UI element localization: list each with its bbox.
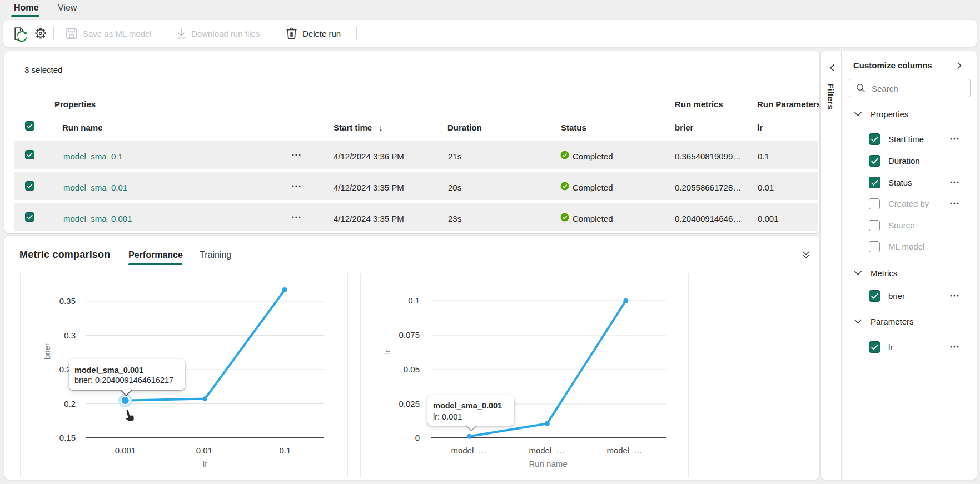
svg-text:0.1: 0.1 xyxy=(280,446,291,455)
svg-text:lr: lr xyxy=(203,459,207,468)
svg-text:0.1: 0.1 xyxy=(408,296,420,305)
svg-text:0.025: 0.025 xyxy=(399,399,420,408)
svg-text:0.001: 0.001 xyxy=(115,446,136,455)
svg-text:0.075: 0.075 xyxy=(399,330,420,340)
svg-text:model_…: model_… xyxy=(606,446,642,455)
svg-text:model_…: model_… xyxy=(529,446,564,455)
svg-text:0.15: 0.15 xyxy=(59,433,76,442)
svg-text:0: 0 xyxy=(415,433,420,442)
svg-text:brier: brier xyxy=(42,343,52,360)
svg-text:0.35: 0.35 xyxy=(59,296,76,306)
svg-text:0.01: 0.01 xyxy=(196,446,212,455)
svg-text:model_…: model_… xyxy=(451,446,486,455)
svg-text:0.3: 0.3 xyxy=(64,331,76,340)
svg-text:lr: lr xyxy=(382,350,392,354)
svg-text:Run name: Run name xyxy=(529,459,567,468)
svg-text:0.2: 0.2 xyxy=(64,399,76,408)
svg-text:0.05: 0.05 xyxy=(404,365,420,374)
